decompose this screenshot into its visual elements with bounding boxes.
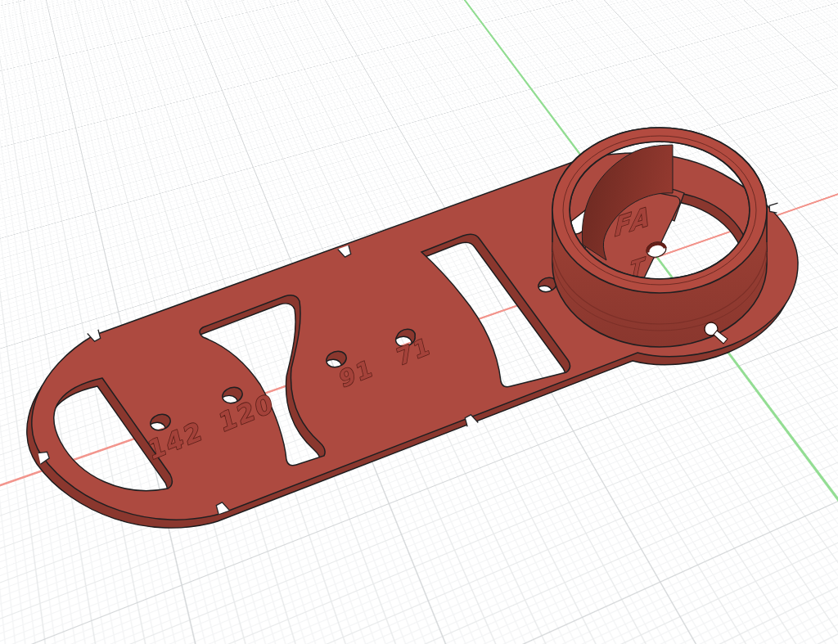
cad-model-layer: 142 120 91 71 FA T (0, 0, 838, 644)
notch (769, 202, 778, 213)
